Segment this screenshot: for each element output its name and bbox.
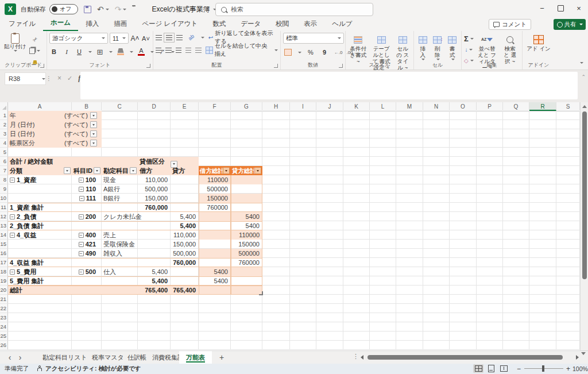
row-header-10[interactable]: 10 <box>0 194 8 203</box>
collapse-group-icon[interactable]: − <box>79 196 84 201</box>
zoom-in-button[interactable]: + <box>566 364 570 374</box>
cell-D8[interactable]: 110,000 <box>138 175 171 184</box>
excel-app-icon[interactable]: X <box>5 3 16 15</box>
filter-dropdown-icon[interactable] <box>130 167 137 174</box>
row-header-19[interactable]: 19 <box>0 276 8 286</box>
row-header-24[interactable]: 24 <box>0 322 8 331</box>
cell-B15[interactable]: −421 <box>55 240 98 249</box>
cell-C18[interactable]: 仕入 <box>102 267 116 276</box>
cell-B7[interactable]: 科目ID <box>72 166 102 175</box>
collapse-formula-bar-chevron-icon[interactable]: ⌃ <box>581 74 586 80</box>
search-box[interactable]: 検索 <box>215 3 373 16</box>
tab-page-layout[interactable]: ページ レイアウト <box>134 18 205 31</box>
row-header-14[interactable]: 14 <box>0 230 8 240</box>
cell-C9[interactable]: A銀行 <box>102 184 120 194</box>
cell-A18[interactable]: −5_費用 <box>8 267 36 276</box>
column-header-O[interactable]: O <box>450 102 477 110</box>
row-header-17[interactable]: 17 <box>0 258 8 267</box>
collapse-group-icon[interactable]: − <box>79 242 84 247</box>
row-header-7[interactable]: 7 <box>0 166 8 175</box>
normal-view-button[interactable] <box>473 364 483 373</box>
cell-E17[interactable]: 760,000 <box>171 258 199 267</box>
tab-home[interactable]: ホーム <box>43 17 78 31</box>
cell-G15[interactable]: 150000 <box>231 240 262 249</box>
row-header-1[interactable]: 1 <box>0 111 8 120</box>
cell-G13[interactable]: 5400 <box>231 221 262 230</box>
filter-dropdown-icon[interactable] <box>90 112 97 119</box>
name-box-splitter[interactable]: ⋮ <box>46 75 52 82</box>
cell-C14[interactable]: 売上 <box>102 230 116 240</box>
cell-F8[interactable]: 110000 <box>199 175 231 184</box>
cell-A11[interactable]: 1_資産 集計 <box>8 203 44 212</box>
cell-B2[interactable]: (すべて) <box>55 120 98 129</box>
sheet-tab-universal[interactable]: 万能表 <box>179 351 212 364</box>
align-left-icon[interactable] <box>156 48 161 53</box>
cell-F18[interactable]: 5400 <box>199 267 231 276</box>
row-header-12[interactable]: 12 <box>0 212 8 221</box>
row-header-15[interactable]: 15 <box>0 240 8 249</box>
column-header-D[interactable]: D <box>138 102 171 110</box>
cell-B14[interactable]: −400 <box>55 230 98 240</box>
minimize-button[interactable]: − <box>533 0 551 16</box>
cell-B10[interactable]: −111 <box>55 194 98 203</box>
delete-cells-button[interactable]: ×削除 <box>431 33 444 61</box>
sheet-nav-right[interactable]: › <box>15 351 25 364</box>
autosave-toggle[interactable]: オフ <box>49 4 78 14</box>
cell-A7[interactable]: 分類 <box>8 166 72 175</box>
enter-button[interactable]: ✓ <box>67 75 72 82</box>
cell-E16[interactable]: 500,000 <box>171 249 199 258</box>
collapse-group-icon[interactable]: − <box>10 178 15 183</box>
horizontal-scrollbar-thumb[interactable] <box>368 355 563 360</box>
decrease-indent-icon[interactable] <box>185 48 191 53</box>
page-layout-view-button[interactable] <box>486 364 496 373</box>
font-size-select[interactable]: 11 <box>110 33 129 44</box>
cell-C15[interactable]: 受取保険金 <box>102 240 135 249</box>
font-color-button[interactable]: A <box>137 47 146 56</box>
column-header-G[interactable]: G <box>231 102 262 110</box>
comments-button[interactable]: コメント <box>489 19 531 30</box>
row-header-6[interactable]: 6 <box>0 157 8 166</box>
dialog-launcher-icon[interactable] <box>40 64 44 68</box>
accessibility-status[interactable]: アクセシビリティ: 検討が必要です <box>45 365 141 373</box>
row-header-22[interactable]: 22 <box>0 304 8 313</box>
cell-G17[interactable]: 760000 <box>231 258 262 267</box>
collapse-group-icon[interactable]: − <box>10 233 15 238</box>
cut-button[interactable]: ✂ <box>29 34 40 44</box>
fill-color-button[interactable] <box>116 47 125 56</box>
row-header-3[interactable]: 3 <box>0 129 8 138</box>
align-right-icon[interactable] <box>176 48 181 53</box>
share-button[interactable]: 共有 <box>554 19 586 30</box>
tabs-scrollbar-splitter[interactable]: ⋮ <box>353 353 359 360</box>
cell-A20[interactable]: 総計 <box>8 286 22 295</box>
cell-B12[interactable]: −200 <box>55 212 98 221</box>
cell-F10[interactable]: 150000 <box>199 194 231 203</box>
hscroll-right-icon[interactable] <box>576 355 579 360</box>
column-header-M[interactable]: M <box>396 102 423 110</box>
cell-A12[interactable]: −2_負債 <box>8 212 36 221</box>
dialog-launcher-icon[interactable] <box>339 64 343 68</box>
dialog-launcher-icon[interactable] <box>146 64 150 68</box>
row-header-16[interactable]: 16 <box>0 249 8 258</box>
orientation-button[interactable]: ab <box>185 31 198 44</box>
tab-help[interactable]: ヘルプ <box>324 18 359 31</box>
insert-cells-button[interactable]: 挿入 <box>416 33 430 61</box>
borders-button[interactable]: ⊞ <box>95 47 105 56</box>
cell-D7[interactable]: 借方 <box>138 166 152 175</box>
cell-F19[interactable]: 5400 <box>199 276 231 286</box>
tab-view[interactable]: 表示 <box>296 18 324 31</box>
cell-A17[interactable]: 4_収益 集計 <box>8 258 44 267</box>
cell-D6[interactable]: 貸借区分 <box>138 157 177 166</box>
formula-input[interactable] <box>80 72 578 99</box>
cell-D20[interactable]: 765,400 <box>138 286 171 295</box>
cell-D10[interactable]: 150,000 <box>138 194 171 203</box>
tab-draw[interactable]: 描画 <box>106 18 134 31</box>
fill-button[interactable]: ↓ <box>464 45 474 54</box>
cancel-button[interactable]: × <box>57 74 61 82</box>
collapse-group-icon[interactable]: − <box>79 178 84 183</box>
column-header-A[interactable]: A <box>8 102 72 110</box>
format-cells-button[interactable]: 書式 <box>446 33 459 61</box>
increase-indent-icon[interactable] <box>195 48 201 53</box>
cell-D19[interactable]: 5,400 <box>138 276 171 286</box>
cell-E20[interactable]: 765,400 <box>171 286 199 295</box>
restore-button[interactable] <box>551 0 570 16</box>
